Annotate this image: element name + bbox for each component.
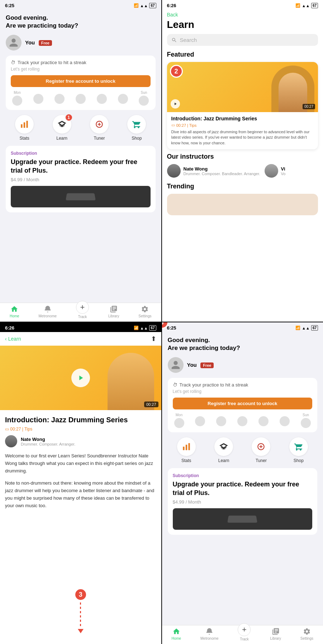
step-badge-2: 2 xyxy=(170,65,183,78)
device-image-4 xyxy=(173,508,313,530)
instructor-name-2: Vi xyxy=(281,166,286,172)
nav-learn[interactable]: 1 Learn xyxy=(53,115,71,141)
tab-settings[interactable]: Settings xyxy=(138,305,151,319)
avatar xyxy=(6,35,22,51)
svg-rect-3 xyxy=(183,447,184,450)
tab-metronome[interactable]: Metronome xyxy=(39,305,57,319)
dashed-arrow xyxy=(78,602,84,633)
tab-home[interactable]: Home xyxy=(10,305,19,319)
nav-stats[interactable]: Stats xyxy=(15,115,34,141)
step-badge-3: 3 xyxy=(74,588,87,601)
day-dots-4: Mon Sun xyxy=(173,413,313,428)
avatar-4 xyxy=(168,357,184,373)
streak-card: ⏱ Track your practice to hit a streak Le… xyxy=(6,56,156,110)
time-2: 6:26 xyxy=(167,3,176,8)
nav-tuner-4[interactable]: Tuner xyxy=(252,437,270,463)
back-button[interactable]: Back xyxy=(162,10,323,18)
play-button-large[interactable] xyxy=(71,369,90,387)
learn-badge: 1 xyxy=(65,114,73,121)
screen-home-1: 6:25 📶 ▲▲ 67 Good evening.Are we practic… xyxy=(0,0,161,322)
trending-section-title: Trending xyxy=(162,183,323,194)
nav-learn-4[interactable]: Learn xyxy=(214,437,233,463)
status-bar-2: 6:26 📶 ▲▲ 67 xyxy=(162,0,323,10)
svg-rect-1 xyxy=(24,122,25,128)
tab-metronome-4[interactable]: Metronome xyxy=(200,628,219,641)
subscription-title-4: Upgrade your practice. Redeem your free … xyxy=(173,480,313,497)
tab-track-4[interactable]: + Track xyxy=(238,628,251,641)
time-3: 6:26 xyxy=(5,325,14,331)
device-image xyxy=(11,186,151,207)
video-duration: 00:27 xyxy=(144,402,158,407)
svg-rect-2 xyxy=(27,121,28,128)
body-text-1: Welcome to our first ever Learn Series! … xyxy=(5,452,156,475)
status-icons-2: 📶 ▲▲ 67 xyxy=(295,3,318,8)
trending-preview xyxy=(167,194,318,215)
signal-icon: 📶 xyxy=(134,3,139,8)
video-detail-meta: ▭ 00:27 | Tips xyxy=(5,427,156,432)
day-dots: Mon Sun xyxy=(11,91,151,106)
subscription-price-4: $4.99 / Month xyxy=(173,499,313,505)
tuner-label: Tuner xyxy=(94,136,105,141)
tab-home-4[interactable]: Home xyxy=(171,628,181,641)
status-icons: 📶 ▲▲ 67 xyxy=(134,3,156,8)
battery-icon-4: 67 xyxy=(311,325,318,331)
nav-icons-4: Stats Learn Tuner xyxy=(168,437,318,463)
instructors-section-title: Our instructors xyxy=(162,153,323,164)
instructor-row-detail: Nate Wong Drummer. Composer. Arranger. xyxy=(5,435,156,447)
search-placeholder: Search xyxy=(180,37,197,43)
featured-section-title: Featured xyxy=(162,51,323,62)
register-button[interactable]: Register free account to unlock xyxy=(11,75,151,87)
free-badge-4: Free xyxy=(200,362,214,368)
featured-card[interactable]: 2 00:27 Introduction: Jazz Drumming Seri… xyxy=(167,62,318,149)
battery-icon: 67 xyxy=(149,3,156,8)
nav-stats-4[interactable]: Stats xyxy=(177,437,196,463)
instructors-row: Nate Wong Drummer. Composer. Bandleader.… xyxy=(162,164,323,183)
greeting-text: Good evening.Are we practicing today? xyxy=(6,14,156,30)
instructor-1: Nate Wong Drummer. Composer. Bandleader.… xyxy=(167,164,260,178)
subscription-price: $4.99 / Month xyxy=(11,177,151,182)
user-label: You xyxy=(25,39,35,45)
video-thumbnail[interactable]: 00:27 xyxy=(0,346,161,410)
instructor-name-1: Nate Wong xyxy=(184,166,260,172)
greeting-text-4: Good evening.Are we practicing today? xyxy=(168,336,318,352)
search-bar[interactable]: Search xyxy=(167,34,318,46)
wifi-icon: ▲▲ xyxy=(140,4,148,8)
wifi-icon-3: ▲▲ xyxy=(140,326,148,330)
screen-home-2: 4 6:25 📶 ▲▲ 67 Good evening.Are we pract… xyxy=(162,322,323,644)
tab-track[interactable]: + Track xyxy=(76,305,89,319)
subscription-card-4: Subscription Upgrade your practice. Rede… xyxy=(168,468,318,535)
instructor-role-1: Drummer. Composer. Bandleader. Arranger. xyxy=(184,172,260,176)
user-label-4: You xyxy=(187,362,197,368)
instructor-2: Vi Vo xyxy=(265,164,286,178)
time-4: 6:25 xyxy=(167,325,176,331)
status-bar: 6:25 📶 ▲▲ 67 xyxy=(0,0,161,10)
learn-title: Learn xyxy=(162,18,323,34)
back-to-learn[interactable]: ‹ Learn xyxy=(5,336,21,342)
streak-subtitle-4: Let's get rolling xyxy=(173,389,313,394)
status-bar-3: 6:26 📶 ▲▲ 67 xyxy=(0,322,161,332)
signal-icon-4: 📶 xyxy=(295,326,300,330)
tab-library[interactable]: Library xyxy=(108,305,119,319)
wifi-icon-4: ▲▲ xyxy=(302,326,310,330)
shop-label: Shop xyxy=(132,136,142,141)
streak-title: ⏱ Track your practice to hit a streak xyxy=(11,60,151,65)
learn-label: Learn xyxy=(56,136,67,141)
video-detail-title: Introduction: Jazz Drumming Series xyxy=(5,415,156,424)
nav-shop[interactable]: Shop xyxy=(127,115,146,141)
svg-rect-5 xyxy=(188,443,190,450)
instructor-role-detail: Drummer. Composer. Arranger. xyxy=(21,442,75,446)
play-button-featured[interactable] xyxy=(171,99,180,109)
user-row-4: You Free xyxy=(168,357,318,373)
body-text-2: Note to non-drummers out there: knowing … xyxy=(5,480,156,509)
time: 6:25 xyxy=(5,3,14,8)
register-button-4[interactable]: Register free account to unlock xyxy=(173,398,313,409)
user-row: You Free xyxy=(6,35,156,51)
nav-shop-4[interactable]: Shop xyxy=(289,437,308,463)
subscription-title: Upgrade your practice. Redeem your free … xyxy=(11,158,151,175)
nav-tuner[interactable]: Tuner xyxy=(90,115,109,141)
tab-settings-4[interactable]: Settings xyxy=(300,628,313,641)
battery-icon-2: 67 xyxy=(311,3,318,8)
share-button[interactable]: ⬆ xyxy=(151,335,156,343)
tab-library-4[interactable]: Library xyxy=(270,628,281,641)
status-icons-4: 📶 ▲▲ 67 xyxy=(295,325,318,331)
